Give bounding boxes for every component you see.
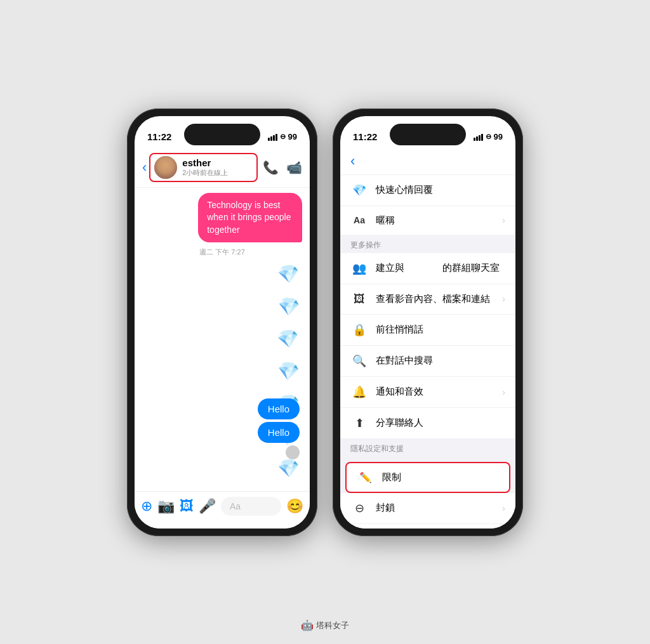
left-phone: 11:22 ⊖ 99 ‹ [127,108,317,536]
right-signal-icon [474,133,483,141]
privacy-divider: 隱私設定和支援 [340,438,515,457]
right-time: 11:22 [353,131,377,142]
right-battery-icon: 99 [494,132,503,141]
chat-area: Technology is best when it brings people… [135,188,310,499]
notifications-row[interactable]: 🔔 通知和音效 › [340,377,515,408]
settings-scroll: 💎 快速心情回覆 Aa 暱稱 › 更多操作 👥 建 [340,175,515,529]
mic-icon[interactable]: 🎤 [199,498,216,515]
restrict-icon: ✏️ [357,471,375,483]
search-label: 在對話中搜尋 [376,355,505,367]
contact-highlight-box[interactable]: esther 2小時前在線上 [149,153,258,182]
quick-reaction-row[interactable]: 💎 快速心情回覆 [340,175,515,206]
dynamic-island-left [184,124,260,145]
share-icon: ⬆ [350,416,368,430]
nickname-label: 暱稱 [376,214,502,227]
dynamic-island-right [390,124,466,145]
time-label: 週二 下午 7:27 [142,247,302,257]
settings-header: ‹ [340,150,515,175]
contact-name: esther [182,157,253,168]
left-time: 11:22 [147,131,171,142]
view-media-row[interactable]: 🖼 查看影音內容、檔案和連結 › [340,284,515,315]
restrict-row[interactable]: ✏️ 限制 [345,462,510,493]
back-button[interactable]: ‹ [142,161,147,174]
signal-icon [268,133,277,141]
header-actions: 📞 📹 [263,160,302,175]
photo-icon[interactable]: 🖼 [180,498,194,515]
block-row[interactable]: ⊖ 封鎖 › [340,493,515,524]
video-call-icon[interactable]: 📹 [286,160,302,175]
camera-icon[interactable]: 📷 [157,498,175,515]
sender-avatar-small [286,445,300,459]
privacy-section: ✏️ 限制 ⊖ 封鎖 › ⚠ 檢舉 提供意見回饋或檢舉對話 [340,457,515,529]
group-icon: 👥 [350,261,368,275]
left-status-icons: ⊖ 99 [268,132,297,141]
notifications-chevron: › [502,387,505,397]
share-contact-row[interactable]: ⬆ 分享聯絡人 [340,408,515,438]
block-label: 封鎖 [376,502,502,514]
top-section: 💎 快速心情回覆 Aa 暱稱 › [340,175,515,235]
contact-info: esther 2小時前在線上 [182,157,253,178]
blue-message-2: Hello [258,422,300,443]
create-group-row[interactable]: 👥 建立與 的群組聊天室 [340,253,515,284]
media-icon: 🖼 [350,292,368,306]
lock-icon: 🔒 [350,323,368,337]
avatar [154,156,177,179]
input-bar: ⊕ 📷 🖼 🎤 Aa 😊 [135,491,310,529]
share-contact-label: 分享聯絡人 [376,417,505,429]
view-media-chevron: › [502,294,505,304]
right-phone: 11:22 ⊖ 99 ‹ [333,108,523,536]
right-status-icons: ⊖ 99 [474,132,503,141]
watermark: 🤖 塔科女子 [301,619,349,631]
quick-reaction-label: 快速心情回覆 [376,184,505,196]
blue-messages: Hello Hello [258,398,300,461]
main-container: 11:22 ⊖ 99 ‹ [114,83,536,562]
notifications-label: 通知和音效 [376,386,502,398]
restrict-label: 限制 [382,471,401,483]
block-icon: ⊖ [350,501,368,515]
text-aa-icon: Aa [350,215,368,225]
block-chevron: › [502,503,505,513]
bell-icon: 🔔 [350,385,368,399]
create-group-label: 建立與 的群組聊天室 [376,262,505,274]
nickname-chevron: › [502,215,505,225]
secret-chat-row[interactable]: 🔒 前往悄悄話 [340,315,515,346]
blue-message-1: Hello [258,398,300,419]
messages-header: ‹ esther 2小時前在線上 📞 📹 [135,150,310,188]
right-phone-screen: 11:22 ⊖ 99 ‹ [340,116,515,529]
emoji-button[interactable]: 😊 [286,498,303,515]
search-row[interactable]: 🔍 在對話中搜尋 [340,346,515,377]
right-wifi-icon: ⊖ [486,133,491,141]
message-input[interactable]: Aa [221,497,281,516]
search-icon: 🔍 [350,354,368,368]
message-bubble: Technology is best when it brings people… [198,193,302,243]
more-actions-section: 👥 建立與 的群組聊天室 🖼 查看影音內容、檔案和連結 › 🔒 前往悄悄話 🔍 [340,253,515,438]
view-media-label: 查看影音內容、檔案和連結 [376,293,502,305]
report-row[interactable]: ⚠ 檢舉 提供意見回饋或檢舉對話 [340,524,515,529]
wifi-icon: ⊖ [280,133,286,141]
phone-call-icon[interactable]: 📞 [263,160,279,175]
settings-back-button[interactable]: ‹ [350,153,355,169]
outgoing-message: Technology is best when it brings people… [142,193,302,243]
more-actions-divider: 更多操作 [340,235,515,253]
restrict-row-wrapper: ✏️ 限制 [340,457,515,493]
left-phone-screen: 11:22 ⊖ 99 ‹ [135,116,310,529]
nickname-row[interactable]: Aa 暱稱 › [340,206,515,235]
secret-chat-label: 前往悄悄話 [376,324,505,336]
battery-icon: 99 [288,132,297,141]
add-icon[interactable]: ⊕ [141,498,152,515]
diamond-icon: 💎 [350,183,368,197]
contact-status: 2小時前在線上 [182,168,253,178]
